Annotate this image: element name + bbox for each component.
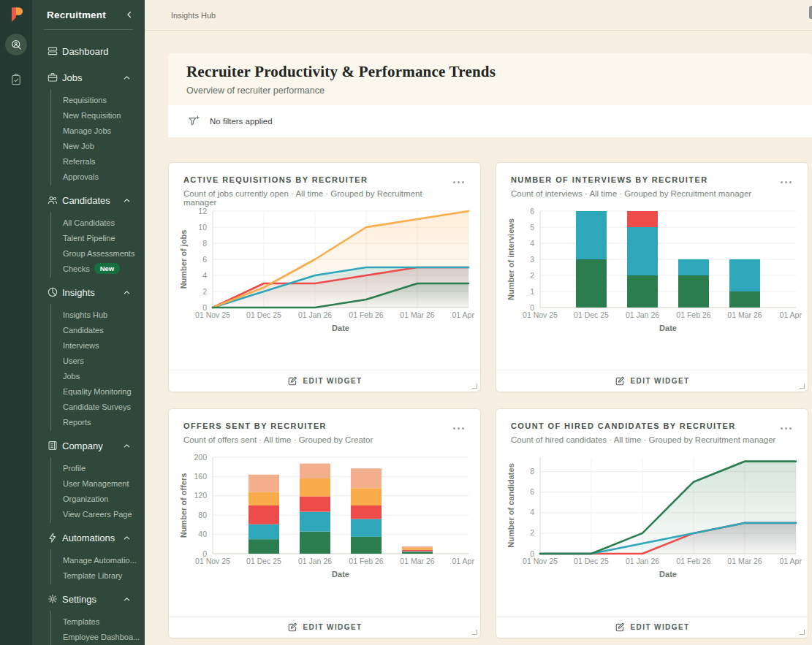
sidebar-item-new-requisition[interactable]: New Requisition (63, 107, 145, 123)
svg-text:Number of candidates: Number of candidates (506, 463, 515, 548)
widget-menu-button[interactable] (452, 423, 466, 434)
chevron-up-icon (122, 533, 132, 543)
svg-text:01 Jan 26: 01 Jan 26 (626, 557, 659, 565)
candidate-search-button[interactable] (5, 34, 27, 56)
chevron-up-icon (122, 196, 132, 205)
sidebar-item-interviews[interactable]: Interviews (63, 337, 145, 353)
topbar: Insights Hub (145, 0, 812, 31)
svg-text:10: 10 (198, 223, 207, 232)
filter-bar[interactable]: No filters applied (168, 105, 812, 137)
svg-text:4: 4 (530, 508, 534, 516)
sidebar-item-users[interactable]: Users (63, 353, 145, 368)
widget-title: NUMBER OF INTERVIEWS BY RECRUITER (511, 175, 751, 184)
resize-handle[interactable] (472, 383, 477, 389)
pie-icon (47, 286, 58, 298)
svg-text:01 Jan 26: 01 Jan 26 (298, 310, 332, 319)
sidebar-item-candidates[interactable]: Candidates (63, 322, 145, 337)
svg-text:Number of interviews: Number of interviews (506, 218, 515, 300)
widget-offers-sent: OFFERS SENT BY RECRUITER Count of offers… (168, 408, 481, 638)
sidebar-item-automations[interactable]: Automations (32, 526, 145, 549)
svg-text:40: 40 (198, 530, 207, 538)
sidebar-subnav: Insights HubCandidatesInterviewsUsersJob… (50, 304, 145, 431)
chevron-up-icon (122, 595, 132, 604)
svg-text:6: 6 (202, 255, 207, 264)
edit-widget-label: EDIT WIDGET (303, 623, 363, 631)
svg-text:01 Apr 26: 01 Apr 26 (780, 310, 803, 319)
sidebar-item-insights[interactable]: Insights (32, 280, 145, 304)
widget-menu-button[interactable] (779, 423, 793, 434)
widget-menu-button[interactable] (452, 177, 466, 188)
sidebar-item-referrals[interactable]: Referrals (63, 153, 145, 169)
edit-widget-button[interactable]: EDIT WIDGET (283, 375, 367, 387)
edit-widget-button[interactable]: EDIT WIDGET (283, 621, 367, 633)
sidebar-item-talent-pipeline[interactable]: Talent Pipeline (63, 230, 145, 245)
svg-text:Date: Date (659, 570, 677, 579)
bar-chart-offers-sent: 0408012016020001 Nov 2501 Dec 2501 Jan 2… (175, 449, 476, 586)
edit-widget-label: EDIT WIDGET (631, 377, 690, 385)
edit-pencil-icon (615, 622, 626, 633)
sidebar-item-jobs[interactable]: Jobs (63, 368, 145, 383)
edit-widget-button[interactable]: EDIT WIDGET (610, 375, 694, 387)
sidebar-item-equality-monitoring[interactable]: Equality Monitoring (63, 383, 145, 399)
checklist-icon[interactable] (10, 73, 23, 89)
resize-handle[interactable] (800, 383, 805, 389)
sidebar-item-settings[interactable]: Settings (32, 587, 145, 611)
line-chart-hired-candidates: 0246801 Nov 2501 Dec 2501 Jan 2601 Feb 2… (502, 449, 803, 586)
sidebar-item-user-management[interactable]: User Management (63, 476, 145, 491)
svg-text:1: 1 (530, 287, 534, 296)
sidebar-item-organization[interactable]: Organization (63, 491, 145, 506)
sidebar-item-candidates[interactable]: Candidates (32, 188, 145, 212)
svg-text:01 Feb 26: 01 Feb 26 (676, 310, 710, 319)
sidebar-item-dashboard[interactable]: Dashboard (32, 39, 145, 63)
edit-widget-button[interactable]: EDIT WIDGET (610, 621, 694, 633)
sidebar-collapse-button[interactable] (124, 9, 134, 20)
filter-status-label: No filters applied (210, 117, 273, 126)
topbar-edge-button[interactable] (809, 6, 812, 19)
briefcase-icon (47, 72, 58, 83)
sidebar-item-requisitions[interactable]: Requisitions (63, 92, 145, 107)
sidebar-item-checks[interactable]: ChecksNew (63, 261, 145, 276)
svg-text:6: 6 (530, 207, 534, 215)
sidebar-item-manage-jobs[interactable]: Manage Jobs (63, 123, 145, 138)
sidebar-item-jobs[interactable]: Jobs (32, 66, 145, 89)
widget-subtitle: Count of hired candidates · All time · G… (511, 435, 775, 444)
sidebar-item-insights-hub[interactable]: Insights Hub (63, 307, 145, 322)
sidebar-item-view-careers-page[interactable]: View Careers Page (63, 506, 145, 522)
svg-text:Date: Date (332, 324, 349, 332)
page-header-banner: Recruiter Productivity & Performance Tre… (168, 53, 812, 105)
sidebar-nav: DashboardJobsRequisitionsNew Requisition… (32, 30, 145, 645)
svg-text:6: 6 (530, 487, 534, 496)
edit-pencil-icon (287, 375, 298, 386)
widget-active-requisitions: ACTIVE REQUISITIONS BY RECRUITER Count o… (168, 162, 481, 392)
company-icon (47, 440, 58, 451)
widget-menu-button[interactable] (779, 177, 793, 188)
svg-text:01 Feb 26: 01 Feb 26 (349, 557, 383, 565)
sidebar-item-company[interactable]: Company (32, 434, 145, 457)
sidebar-item-profile[interactable]: Profile (63, 460, 145, 476)
sidebar-item-approvals[interactable]: Approvals (63, 169, 145, 184)
svg-text:120: 120 (194, 491, 207, 500)
sidebar-item-templates[interactable]: Templates (63, 614, 145, 629)
chevron-up-icon (122, 288, 132, 297)
edit-widget-label: EDIT WIDGET (303, 377, 363, 385)
svg-text:4: 4 (530, 239, 534, 248)
bar-chart-interviews: 012345601 Nov 2501 Dec 2501 Jan 2601 Feb… (502, 202, 803, 340)
sidebar-item-all-candidates[interactable]: All Candidates (63, 215, 145, 230)
sidebar-item-template-library[interactable]: Template Library (63, 568, 145, 583)
sidebar-item-new-job[interactable]: New Job (63, 138, 145, 153)
resize-handle[interactable] (800, 630, 805, 635)
sidebar-item-employee-dashboa[interactable]: Employee Dashboa... (63, 629, 145, 644)
svg-text:01 Feb 26: 01 Feb 26 (349, 310, 383, 319)
widget-subtitle: Count of offers sent · All time · Groupe… (183, 435, 373, 444)
sidebar-item-manage-automatio[interactable]: Manage Automatio... (63, 552, 145, 568)
svg-text:01 Apr 26: 01 Apr 26 (452, 310, 476, 319)
line-chart-active-requisitions: 02468101201 Nov 2501 Dec 2501 Jan 2601 F… (175, 202, 476, 340)
svg-text:Number of jobs: Number of jobs (179, 230, 188, 289)
sidebar-item-candidate-surveys[interactable]: Candidate Surveys (63, 399, 145, 414)
sidebar-item-reports[interactable]: Reports (63, 414, 145, 430)
svg-text:01 Nov 25: 01 Nov 25 (523, 557, 558, 565)
sidebar-item-group-assessments[interactable]: Group Assessments (63, 245, 145, 261)
svg-text:8: 8 (202, 239, 207, 248)
resize-handle[interactable] (472, 630, 477, 635)
svg-text:01 Apr 26: 01 Apr 26 (452, 557, 476, 565)
